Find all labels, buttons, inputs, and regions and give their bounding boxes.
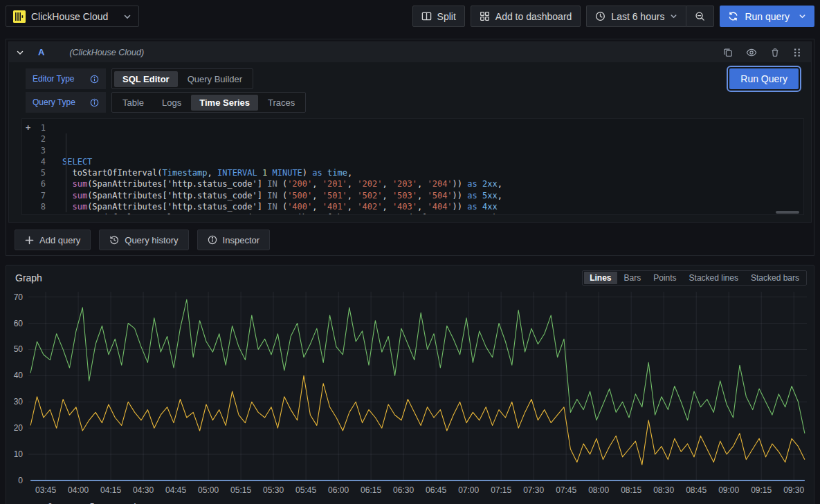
y-axis-tick-label: 20	[14, 423, 24, 433]
x-axis-tick-label: 08:15	[621, 485, 641, 495]
graph-title: Graph	[15, 272, 42, 283]
x-axis-tick-label: 09:15	[751, 485, 772, 495]
topbar: ClickHouse Cloud Split Add to dashboard …	[6, 6, 814, 27]
option-sql-editor[interactable]: SQL Editor	[114, 71, 178, 87]
zoom-out-button[interactable]	[686, 6, 714, 27]
line-number: 6	[22, 178, 46, 189]
option-query-builder[interactable]: Query Builder	[179, 71, 250, 87]
add-to-dashboard-button[interactable]: Add to dashboard	[471, 6, 581, 27]
query-type-label: Query Type	[26, 92, 106, 113]
legend-item-4xx[interactable]: 4xx	[116, 502, 145, 504]
legend-item-2xx[interactable]: 2xx	[33, 502, 61, 504]
tab-logs[interactable]: Logs	[154, 95, 190, 111]
chevron-down-icon	[799, 12, 806, 20]
query-actions-row: Add query Query history Inspector	[8, 223, 812, 253]
mode-points[interactable]: Points	[648, 272, 682, 284]
x-axis-tick-label: 07:15	[491, 485, 511, 495]
x-axis-tick-label: 03:45	[35, 485, 56, 495]
chart-area: 01020304050607003:4504:0004:1504:3004:45…	[6, 285, 814, 500]
x-axis-tick-label: 04:15	[100, 485, 121, 495]
mode-stacked-bars[interactable]: Stacked bars	[745, 272, 805, 284]
line-number: 5	[22, 167, 46, 178]
collapse-chevron-icon[interactable]	[16, 48, 24, 57]
legend-label: 4xx	[131, 502, 145, 504]
x-axis-tick-label: 07:30	[523, 485, 544, 495]
time-range-label: Last 6 hours	[611, 11, 664, 22]
x-axis-tick-label: 07:45	[556, 485, 576, 495]
query-ref-id: A	[38, 47, 44, 57]
series-line-5xx	[30, 375, 805, 465]
x-axis-tick-label: 08:00	[588, 485, 609, 495]
run-query-split-button[interactable]: Run query	[720, 6, 814, 27]
time-picker-group: Last 6 hours	[586, 6, 714, 27]
y-axis-tick-label: 60	[14, 319, 24, 328]
add-query-button[interactable]: Add query	[15, 230, 91, 250]
datasource-name: ClickHouse Cloud	[31, 11, 118, 22]
code-gutter: 1+2345678	[22, 119, 54, 214]
query-row-header[interactable]: A (ClickHouse Cloud)	[9, 42, 811, 62]
y-axis-tick-label: 10	[14, 449, 24, 459]
datasource-picker[interactable]: ClickHouse Cloud	[6, 6, 139, 27]
clock-icon	[595, 11, 605, 21]
x-axis-tick-label: 04:00	[68, 485, 89, 495]
x-axis-tick-label: 09:30	[783, 485, 804, 495]
add-line-plus-icon[interactable]: +	[26, 122, 30, 133]
x-axis-tick-label: 05:30	[263, 485, 284, 495]
query-card: A (ClickHouse Cloud)	[8, 41, 812, 223]
toggle-visibility-eye-icon[interactable]	[746, 48, 757, 57]
duplicate-query-icon[interactable]	[723, 48, 733, 57]
y-axis-tick-label: 30	[14, 397, 24, 407]
query-history-button[interactable]: Query history	[99, 230, 188, 250]
line-number: 1+	[22, 122, 46, 133]
delete-query-trash-icon[interactable]	[770, 48, 780, 57]
legend-label: 2xx	[48, 502, 61, 504]
info-icon[interactable]	[90, 98, 99, 107]
mode-stacked-lines[interactable]: Stacked lines	[684, 272, 744, 284]
editor-type-label: Editor Type	[26, 68, 106, 89]
run-query-button[interactable]: Run Query	[729, 68, 799, 89]
mode-bars[interactable]: Bars	[619, 272, 647, 284]
time-series-chart[interactable]: 01020304050607003:4504:0004:1504:3004:45…	[8, 285, 812, 498]
sql-editor[interactable]: 1+2345678 SELECT toStartOfInterval(Times…	[21, 118, 804, 215]
indent-guide	[66, 133, 66, 212]
x-axis-tick-label: 04:45	[165, 485, 186, 495]
x-axis-tick-label: 06:15	[361, 485, 381, 495]
inspector-button[interactable]: Inspector	[197, 230, 270, 250]
info-circle-icon	[208, 235, 217, 245]
line-number: 3	[22, 145, 46, 156]
sql-code-lines: SELECT toStartOfInterval(Timestamp, INTE…	[54, 119, 803, 214]
query-datasource-hint: (ClickHouse Cloud)	[69, 48, 144, 57]
split-button[interactable]: Split	[412, 6, 465, 27]
history-icon	[109, 235, 119, 245]
code-line: toStartOfInterval(Timestamp, INTERVAL 1 …	[62, 167, 803, 178]
chevron-down-icon	[123, 12, 131, 21]
code-line: sum(SpanAttributes['http.status_code'] I…	[62, 178, 803, 189]
line-number: 4	[22, 156, 46, 167]
chart-legend: 2xx5xx4xx	[6, 500, 814, 504]
inspector-label: Inspector	[223, 235, 259, 245]
info-icon[interactable]	[90, 75, 99, 84]
plus-icon	[25, 236, 34, 245]
y-axis-tick-label: 70	[14, 292, 24, 302]
code-line: FROM "default"."otel_traces" WHERE ( Spa…	[62, 212, 803, 214]
tab-table[interactable]: Table	[114, 95, 152, 111]
sync-icon	[728, 11, 738, 21]
line-number: 8	[22, 201, 46, 212]
x-axis-tick-label: 05:00	[198, 485, 219, 495]
time-range-button[interactable]: Last 6 hours	[586, 6, 686, 27]
horizontal-scrollbar[interactable]	[776, 211, 799, 214]
chevron-down-icon	[670, 12, 677, 20]
legend-label: 5xx	[90, 502, 103, 504]
legend-item-5xx[interactable]: 5xx	[75, 502, 103, 504]
query-history-label: Query history	[125, 235, 178, 245]
tab-traces[interactable]: Traces	[259, 95, 303, 111]
zoom-out-icon	[695, 11, 705, 21]
line-number: 2	[22, 133, 46, 144]
drag-handle-icon[interactable]	[793, 48, 801, 57]
y-axis-tick-label: 0	[18, 476, 23, 485]
x-axis-tick-label: 04:30	[133, 485, 154, 495]
mode-lines[interactable]: Lines	[584, 272, 617, 284]
code-line: sum(SpanAttributes['http.status_code'] I…	[62, 190, 803, 201]
tab-time-series[interactable]: Time Series	[191, 95, 258, 111]
y-axis-tick-label: 50	[14, 344, 24, 354]
